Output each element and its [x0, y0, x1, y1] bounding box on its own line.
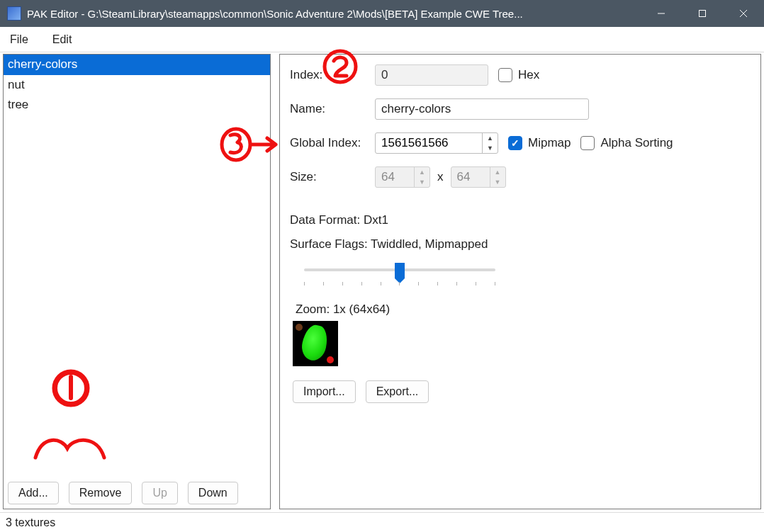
size-height-input [451, 167, 490, 187]
texture-list-panel: cherry-colors nut tree Add... Remove Up … [3, 54, 271, 509]
size-height-spinner: ▲ ▼ [451, 166, 506, 188]
minimize-button[interactable] [641, 0, 682, 27]
alpha-sorting-checkbox[interactable]: Alpha Sorting [580, 136, 673, 150]
maximize-button[interactable] [682, 0, 723, 27]
down-button[interactable]: Down [188, 482, 238, 504]
spin-up-icon: ▲ [415, 167, 429, 177]
up-button[interactable]: Up [142, 482, 177, 504]
list-buttons: Add... Remove Up Down [4, 477, 270, 509]
status-text: 3 textures [6, 516, 55, 529]
import-button[interactable]: Import... [293, 380, 356, 403]
texture-listbox[interactable]: cherry-colors nut tree [4, 55, 270, 477]
global-index-spinner[interactable]: ▲ ▼ [375, 132, 498, 154]
slider-thumb-icon[interactable] [395, 263, 405, 278]
mipmap-label: Mipmap [528, 136, 571, 150]
spin-down-icon[interactable]: ▼ [483, 143, 498, 153]
checkbox-icon: ✓ [508, 136, 522, 150]
list-item[interactable]: tree [4, 95, 270, 115]
window-title: PAK Editor - G:\SteamLibrary\steamapps\c… [27, 8, 523, 20]
zoom-text: Zoom: 1x (64x64) [296, 302, 751, 317]
add-button[interactable]: Add... [8, 482, 59, 504]
alpha-label: Alpha Sorting [600, 136, 673, 150]
list-item[interactable]: cherry-colors [4, 55, 270, 75]
global-index-input[interactable] [376, 133, 482, 153]
spin-down-icon: ▼ [490, 177, 505, 187]
zoom-slider[interactable] [304, 261, 495, 283]
remove-button[interactable]: Remove [69, 482, 133, 504]
index-label: Index: [290, 68, 375, 82]
statusbar: 3 textures [0, 512, 764, 532]
spin-up-icon: ▲ [490, 167, 505, 177]
size-label: Size: [290, 170, 375, 184]
menu-edit[interactable]: Edit [52, 33, 72, 46]
list-item[interactable]: nut [4, 75, 270, 96]
menu-file[interactable]: File [10, 33, 28, 46]
hex-label: Hex [518, 68, 539, 82]
surface-flags-text: Surface Flags: Twiddled, Mipmapped [290, 237, 751, 251]
minimize-icon [657, 9, 665, 18]
titlebar: PAK Editor - G:\SteamLibrary\steamapps\c… [0, 0, 764, 27]
size-separator: x [437, 170, 444, 184]
menubar: File Edit [0, 27, 764, 52]
mipmap-checkbox[interactable]: ✓ Mipmap [508, 136, 571, 150]
spin-up-icon[interactable]: ▲ [483, 133, 498, 143]
spin-down-icon: ▼ [415, 177, 429, 187]
name-field[interactable] [375, 98, 589, 120]
data-format-text: Data Format: Dxt1 [290, 213, 751, 227]
name-label: Name: [290, 102, 375, 116]
svg-rect-1 [700, 11, 706, 17]
global-index-label: Global Index: [290, 136, 375, 150]
checkbox-icon [580, 136, 595, 150]
size-width-spinner: ▲ ▼ [375, 166, 430, 188]
maximize-icon [698, 9, 707, 18]
checkbox-icon [498, 68, 512, 82]
index-field[interactable] [375, 64, 488, 86]
size-width-input [376, 167, 414, 187]
export-button[interactable]: Export... [366, 380, 429, 403]
properties-panel: Index: Hex Name: Global Index: ▲ ▼ [279, 54, 761, 509]
close-icon [739, 9, 748, 18]
close-button[interactable] [723, 0, 764, 27]
texture-preview [293, 321, 338, 366]
app-icon [7, 6, 21, 21]
hex-checkbox[interactable]: Hex [498, 68, 539, 82]
